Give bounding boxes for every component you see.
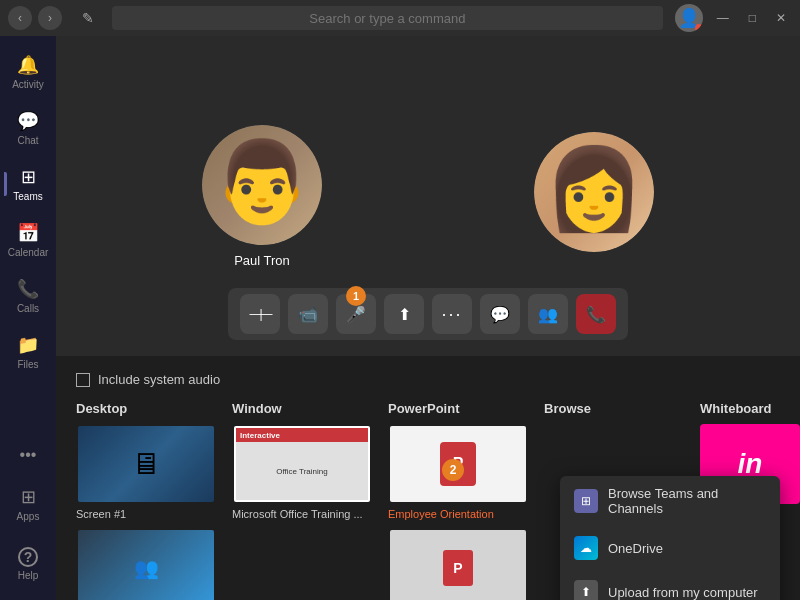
sidebar-label-activity: Activity <box>12 79 44 90</box>
browse-dropdown: ⊞ Browse Teams and Channels ☁ OneDrive ⬆… <box>560 476 780 600</box>
sidebar-item-chat[interactable]: 💬 Chat <box>4 100 52 156</box>
window-preview: Interactive Office Training <box>234 426 370 502</box>
participant-2 <box>534 132 654 260</box>
present-button[interactable]: ⬆ <box>384 294 424 334</box>
dropdown-onedrive[interactable]: ☁ OneDrive <box>560 526 780 570</box>
window-thumb[interactable]: Interactive Office Training <box>232 424 372 504</box>
activity-icon: 🔔 <box>17 54 39 76</box>
onedrive-icon: ☁ <box>574 536 598 560</box>
close-button[interactable]: ✕ <box>770 11 792 25</box>
badge-2: 2 <box>442 459 464 481</box>
participant-2-avatar <box>534 132 654 252</box>
search-input[interactable] <box>112 6 663 30</box>
share-screen-button[interactable]: —|— <box>240 294 280 334</box>
sidebar-item-help[interactable]: ? Help <box>4 536 52 592</box>
more-button[interactable]: ··· <box>432 294 472 334</box>
sidebar-label-teams: Teams <box>13 191 42 202</box>
participant-1-name: Paul Tron <box>234 253 290 268</box>
sidebar: 🔔 Activity 💬 Chat ⊞ Teams 📅 Calendar 📞 C… <box>0 36 56 600</box>
main-layout: 🔔 Activity 💬 Chat ⊞ Teams 📅 Calendar 📞 C… <box>0 36 800 600</box>
files-icon: 📁 <box>17 334 39 356</box>
calls-icon: 📞 <box>17 278 39 300</box>
content-area: Paul Tron —|— 📹 🎤 1 ⬆ ··· 💬 👥 <box>56 36 800 600</box>
share-category-powerpoint: PowerPoint P Employee Orientation P <box>388 401 528 600</box>
maximize-button[interactable]: □ <box>743 11 762 25</box>
desktop-thumb-label: Screen #1 <box>76 508 216 520</box>
powerpoint-title: PowerPoint <box>388 401 528 416</box>
ppt-thumb-2[interactable]: P <box>388 528 528 600</box>
dropdown-upload[interactable]: ⬆ Upload from my computer <box>560 570 780 600</box>
participant-1: Paul Tron <box>202 125 322 268</box>
back-button[interactable]: ‹ <box>8 6 32 30</box>
desktop-preview-2: 👥 <box>78 530 214 600</box>
ppt-icon-2: P <box>443 550 473 586</box>
mic-badge: 1 <box>346 286 366 306</box>
teams-icon: ⊞ <box>21 166 36 188</box>
desktop-thumb[interactable] <box>76 424 216 504</box>
sidebar-label-help: Help <box>18 570 39 581</box>
mic-button[interactable]: 🎤 1 <box>336 294 376 334</box>
sidebar-label-files: Files <box>17 359 38 370</box>
apps-icon: ⊞ <box>21 486 36 508</box>
desktop-preview <box>78 426 214 502</box>
include-audio-checkbox[interactable] <box>76 373 90 387</box>
include-audio-label: Include system audio <box>98 372 220 387</box>
browse-title[interactable]: Browse <box>544 401 684 416</box>
sidebar-bottom: ••• ⊞ Apps ? Help <box>4 438 52 600</box>
sidebar-label-chat: Chat <box>17 135 38 146</box>
share-area: Include system audio Desktop Screen #1 👥 <box>56 356 800 600</box>
call-controls: —|— 📹 🎤 1 ⬆ ··· 💬 👥 📞 <box>228 288 628 340</box>
sidebar-item-calendar[interactable]: 📅 Calendar <box>4 212 52 268</box>
sidebar-item-apps[interactable]: ⊞ Apps <box>4 476 52 532</box>
minimize-button[interactable]: — <box>711 11 735 25</box>
sidebar-label-apps: Apps <box>17 511 40 522</box>
sidebar-label-calendar: Calendar <box>8 247 49 258</box>
dropdown-teams-channels[interactable]: ⊞ Browse Teams and Channels <box>560 476 780 526</box>
ppt-label-1: Employee Orientation <box>388 508 528 520</box>
participant-1-photo <box>202 125 322 245</box>
nav-controls: ‹ › ✎ <box>8 6 100 30</box>
share-category-desktop: Desktop Screen #1 👥 <box>76 401 216 600</box>
end-call-button[interactable]: 📞 <box>576 294 616 334</box>
title-bar-right: 👤 — □ ✕ <box>675 4 792 32</box>
calendar-icon: 📅 <box>17 222 39 244</box>
upload-icon: ⬆ <box>574 580 598 600</box>
window-thumb-label: Microsoft Office Training ... <box>232 508 372 520</box>
user-avatar[interactable]: 👤 <box>675 4 703 32</box>
participant-1-avatar <box>202 125 322 245</box>
title-bar: ‹ › ✎ 👤 — □ ✕ <box>0 0 800 36</box>
sidebar-item-teams[interactable]: ⊞ Teams <box>4 156 52 212</box>
ppt-preview-2: P <box>390 530 526 600</box>
chat-icon: 💬 <box>17 110 39 132</box>
ppt-label-highlight: Employee Orientation <box>388 508 494 520</box>
video-call-area: Paul Tron —|— 📹 🎤 1 ⬆ ··· 💬 👥 <box>56 36 800 356</box>
sidebar-more-button[interactable]: ••• <box>12 438 45 472</box>
desktop-thumb-2[interactable]: 👥 <box>76 528 216 600</box>
teams-channels-label: Browse Teams and Channels <box>608 486 766 516</box>
edit-button[interactable]: ✎ <box>76 6 100 30</box>
forward-button[interactable]: › <box>38 6 62 30</box>
help-icon: ? <box>18 547 38 567</box>
sidebar-item-calls[interactable]: 📞 Calls <box>4 268 52 324</box>
sidebar-label-calls: Calls <box>17 303 39 314</box>
teams-channels-icon: ⊞ <box>574 489 598 513</box>
participants-button[interactable]: 👥 <box>528 294 568 334</box>
sidebar-item-files[interactable]: 📁 Files <box>4 324 52 380</box>
include-audio-row: Include system audio <box>76 372 780 387</box>
share-category-window: Window Interactive Office Training Micro… <box>232 401 372 600</box>
participant-2-photo <box>534 132 654 252</box>
window-bar: Interactive <box>236 428 368 442</box>
video-button[interactable]: 📹 <box>288 294 328 334</box>
desktop-title: Desktop <box>76 401 216 416</box>
whiteboard-title: Whiteboard <box>700 401 800 416</box>
upload-label: Upload from my computer <box>608 585 758 600</box>
chat-button[interactable]: 💬 <box>480 294 520 334</box>
sidebar-item-activity[interactable]: 🔔 Activity <box>4 44 52 100</box>
onedrive-label: OneDrive <box>608 541 663 556</box>
window-title: Window <box>232 401 372 416</box>
